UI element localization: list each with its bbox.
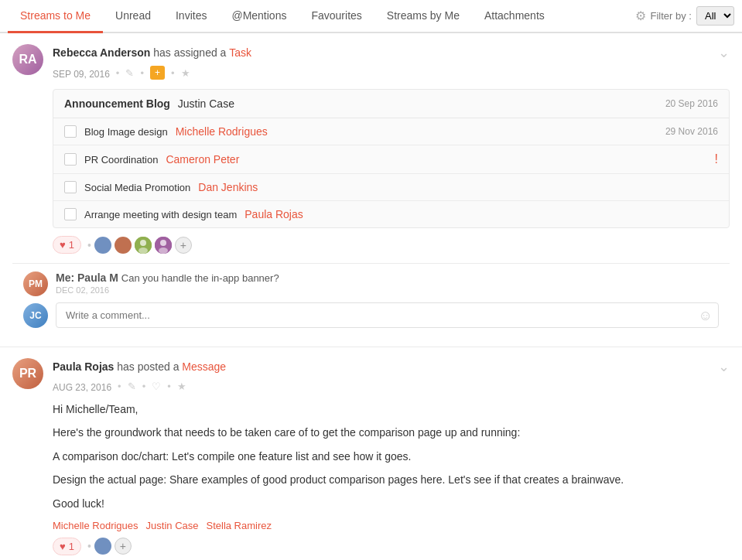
tab-streams-to-me[interactable]: Streams to Me [8, 0, 103, 33]
announcement-row-3: Arrange meeting with design team Paula R… [53, 201, 729, 227]
stream-header-right-2: ⌄ [718, 358, 730, 375]
dot-5: • [142, 381, 146, 392]
announcement-title-user[interactable]: Justin Case [178, 97, 234, 110]
reactions-row-1: ♥ 1 • + [53, 236, 730, 254]
row-user-0[interactable]: Michelle Rodrigues [176, 125, 268, 138]
stream-link-2[interactable]: Message [182, 360, 226, 373]
row-user-2[interactable]: Dan Jenkins [198, 181, 258, 193]
tagged-user-0[interactable]: Michelle Rodrigues [53, 520, 138, 531]
message-line-0: Hi Michelle/Team, [53, 401, 730, 418]
stream-meta-1: Rebecca Anderson has assigned a Task ⌄ S… [53, 44, 730, 80]
tagged-user-2[interactable]: Stella Ramirez [206, 520, 272, 531]
row-label-1: PR Coordination [84, 154, 158, 166]
avatar-small-4 [155, 237, 172, 254]
announcement-row-1: PR Coordination Cameron Peter ! [53, 145, 729, 174]
star-icon-1[interactable]: ★ [181, 67, 190, 79]
tab-streams-by-me[interactable]: Streams by Me [374, 0, 472, 33]
tab-attachments[interactable]: Attachments [472, 0, 557, 33]
row-user-3[interactable]: Paula Rojas [244, 208, 303, 220]
reaction-dot-1: • [87, 239, 91, 251]
heart-count-1: 1 [69, 239, 74, 251]
tagged-users-2: Michelle Rodrigues Justin Case Stella Ra… [53, 520, 730, 531]
stream-header-2: PR Paula Rojas has posted a Message ⌄ AU… [12, 358, 730, 393]
stream-title-text-2: Paula Rojas has posted a Message [53, 360, 226, 373]
comment-input-wrapper: ☺ [56, 302, 719, 328]
dot-3: • [171, 67, 175, 79]
dot-4: • [118, 381, 121, 392]
svg-point-4 [160, 240, 166, 246]
message-line-1: Here's the groundwork that needs to be t… [53, 424, 730, 441]
add-more-1[interactable]: + [175, 237, 192, 254]
svg-point-5 [159, 248, 168, 254]
filter-area: ⚙ Filter by : All [635, 6, 734, 26]
edit-icon-1[interactable]: ✎ [125, 67, 134, 79]
stream-header-right-1: ⌄ [718, 44, 730, 61]
stream-title-row-1: Rebecca Anderson has assigned a Task ⌄ [53, 44, 730, 61]
row-label-0: Blog Image design [84, 126, 168, 138]
announcement-header: Announcement Blog Justin Case 20 Sep 201… [53, 90, 729, 118]
row-label-3: Arrange meeting with design team [84, 209, 237, 220]
row-date-0: 29 Nov 2016 [665, 126, 718, 137]
comment-date-1: DEC 02, 2016 [56, 285, 719, 295]
stream-actions-row-1: SEP 09, 2016 • ✎ • + • ★ [53, 66, 730, 80]
announcement-row-0: Blog Image design Michelle Rodrigues 29 … [53, 118, 729, 145]
row-label-2: Social Media Promotion [84, 182, 190, 193]
tab-invites[interactable]: Invites [163, 0, 219, 33]
heart-btn-2[interactable]: ♥ 1 [53, 538, 81, 555]
checkbox-3[interactable] [64, 208, 77, 220]
avatar-comment-author: PM [23, 271, 48, 296]
star-icon-2[interactable]: ★ [177, 381, 186, 392]
stream-actor-1: Rebecca Anderson [53, 46, 150, 59]
bookmark-icon-2[interactable]: ♡ [152, 381, 161, 392]
message-content-2: Hi Michelle/Team, Here's the groundwork … [53, 401, 730, 512]
reactions-row-2: ♥ 1 • + [53, 538, 730, 555]
message-line-3: Design the actual page: Share examples o… [53, 471, 730, 488]
comment-author-link[interactable]: Paula M [77, 271, 118, 284]
comment-input-field[interactable] [56, 302, 719, 328]
dot-6: • [167, 381, 171, 392]
announcement-title: Announcement Blog Justin Case [64, 97, 234, 110]
stream-title-row-2: Paula Rojas has posted a Message ⌄ [53, 358, 730, 375]
tabs-bar: Streams to Me Unread Invites @Mentions F… [0, 0, 742, 33]
tab-favourites[interactable]: Favourites [299, 0, 374, 33]
row-alert-1: ! [715, 152, 718, 166]
heart-count-2: 1 [69, 541, 74, 552]
avatar-current-user: JC [23, 303, 48, 328]
stream-meta-2: Paula Rojas has posted a Message ⌄ AUG 2… [53, 358, 730, 393]
announcement-row-2: Social Media Promotion Dan Jenkins [53, 174, 729, 201]
stream-actor-2: Paula Rojas [53, 360, 114, 373]
stream-action-1: has assigned a [153, 46, 229, 59]
filter-label: Filter by : [651, 10, 692, 22]
stream-action-2: has posted a [117, 360, 182, 373]
stream-link-1[interactable]: Task [229, 46, 251, 59]
checkbox-2[interactable] [64, 181, 77, 193]
comment-me-label: Me: [56, 271, 74, 284]
edit-icon-2[interactable]: ✎ [128, 381, 136, 392]
reaction-dot-2: • [87, 540, 91, 552]
filter-select[interactable]: All [696, 6, 734, 26]
checkbox-1[interactable] [64, 153, 77, 166]
tab-unread[interactable]: Unread [103, 0, 163, 33]
heart-icon-2: ♥ [60, 541, 66, 552]
avatar-small-2 [115, 237, 132, 254]
comment-area-1: PM Me: Paula M Can you handle the in-app… [12, 263, 730, 336]
row-user-1[interactable]: Cameron Peter [166, 153, 239, 166]
heart-btn-1[interactable]: ♥ 1 [53, 236, 81, 254]
message-line-4: Good luck! [53, 495, 730, 512]
add-btn-1[interactable]: + [150, 66, 165, 80]
avatar-paula: PR [12, 358, 43, 389]
stream-title-text-1: Rebecca Anderson has assigned a Task [53, 46, 251, 59]
dot-2: • [140, 67, 144, 79]
add-more-2[interactable]: + [115, 538, 132, 555]
tab-mentions[interactable]: @Mentions [219, 0, 299, 33]
stream-header-1: RA Rebecca Anderson has assigned a Task … [12, 44, 730, 80]
collapse-btn-1[interactable]: ⌄ [718, 44, 730, 61]
filter-icon: ⚙ [635, 9, 646, 23]
comment-item-1: PM Me: Paula M Can you handle the in-app… [23, 271, 719, 296]
tagged-user-1[interactable]: Justin Case [146, 520, 199, 531]
checkbox-0[interactable] [64, 125, 77, 138]
dot-1: • [116, 67, 120, 79]
emoji-btn-1[interactable]: ☺ [699, 307, 713, 323]
collapse-btn-2[interactable]: ⌄ [718, 358, 730, 375]
avatar-small-1 [94, 237, 111, 254]
